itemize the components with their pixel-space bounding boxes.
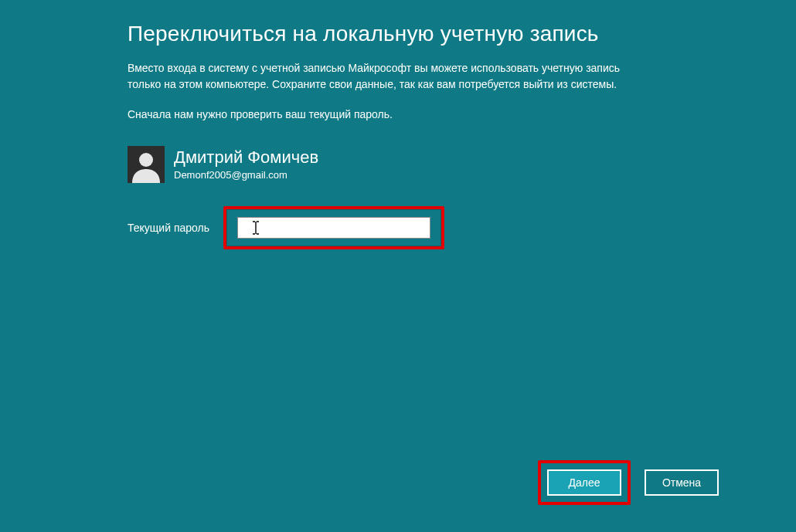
user-email: Demonf2005@gmail.com (174, 169, 318, 181)
user-info: Дмитрий Фомичев Demonf2005@gmail.com (128, 146, 668, 183)
user-name: Дмитрий Фомичев (174, 148, 318, 167)
cancel-button[interactable]: Отмена (645, 469, 719, 496)
button-bar: Далее Отмена (538, 460, 719, 505)
password-highlight (223, 206, 444, 249)
password-label: Текущий пароль (128, 222, 228, 234)
svg-point-1 (139, 153, 153, 167)
page-title: Переключиться на локальную учетную запис… (128, 22, 668, 46)
next-button-highlight: Далее (538, 460, 631, 505)
avatar (128, 146, 165, 183)
password-row: Текущий пароль (128, 206, 668, 249)
next-button[interactable]: Далее (547, 469, 621, 496)
password-input[interactable] (237, 217, 430, 239)
instruction-text: Сначала нам нужно проверить ваш текущий … (128, 107, 668, 123)
person-icon (128, 146, 165, 183)
description-text: Вместо входа в систему с учетной записью… (128, 60, 622, 93)
